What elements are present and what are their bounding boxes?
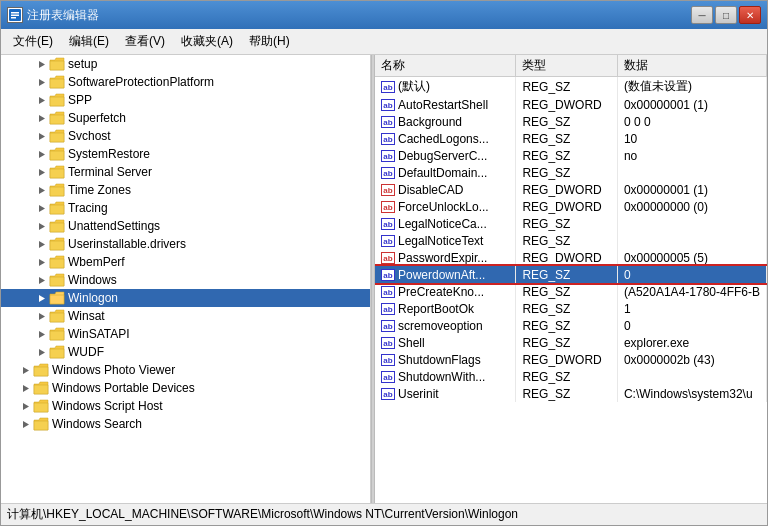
cell-data: explorer.exe [617,334,766,351]
tree-item[interactable]: UnattendSettings [1,217,370,235]
tree-item[interactable]: SPP [1,91,370,109]
col-data[interactable]: 数据 [617,55,766,77]
expand-icon [33,218,49,234]
menu-view[interactable]: 查看(V) [117,31,173,52]
tree-item[interactable]: Winsat [1,307,370,325]
table-row[interactable]: abForceUnlockLo...REG_DWORD0x00000000 (0… [375,198,767,215]
menu-edit[interactable]: 编辑(E) [61,31,117,52]
table-row[interactable]: abPasswordExpir...REG_DWORD0x00000005 (5… [375,249,767,266]
expand-icon [33,236,49,252]
folder-icon [49,165,65,179]
cell-name: abAutoRestartShell [375,96,516,113]
table-row[interactable]: abPreCreateKno...REG_SZ(A520A1A4-1780-4F… [375,283,767,300]
cell-type: REG_SZ [516,77,618,97]
tree-item[interactable]: Windows Search [1,415,370,433]
folder-icon [49,93,65,107]
folder-icon [49,219,65,233]
tree-item[interactable]: setup [1,55,370,73]
title-bar: 注册表编辑器 ─ □ ✕ [1,1,767,29]
cell-data: 0x0000002b (43) [617,351,766,368]
cell-type: REG_SZ [516,147,618,164]
col-name[interactable]: 名称 [375,55,516,77]
expand-icon [33,56,49,72]
table-row[interactable]: abReportBootOkREG_SZ1 [375,300,767,317]
table-row[interactable]: abBackgroundREG_SZ0 0 0 [375,113,767,130]
expand-icon [17,362,33,378]
tree-item[interactable]: WbemPerf [1,253,370,271]
tree-item[interactable]: Tracing [1,199,370,217]
menu-file[interactable]: 文件(E) [5,31,61,52]
tree-item[interactable]: WinSATAPI [1,325,370,343]
cell-name: abUserinit [375,385,516,402]
table-row[interactable]: abDebugServerC...REG_SZno [375,147,767,164]
tree-item[interactable]: Winlogon [1,289,370,307]
folder-icon [33,363,49,377]
tree-item-label: Superfetch [68,111,126,125]
tree-item[interactable]: WUDF [1,343,370,361]
registry-table: 名称 类型 数据 ab(默认)REG_SZ(数值未设置)abAutoRestar… [375,55,767,402]
folder-icon [49,291,65,305]
tree-item[interactable]: Windows Portable Devices [1,379,370,397]
tree-item[interactable]: Time Zones [1,181,370,199]
tree-item[interactable]: Superfetch [1,109,370,127]
table-row[interactable]: abAutoRestartShellREG_DWORD0x00000001 (1… [375,96,767,113]
minimize-button[interactable]: ─ [691,6,713,24]
table-row[interactable]: ab(默认)REG_SZ(数值未设置) [375,77,767,97]
reg-type-icon: ab [381,116,395,128]
close-button[interactable]: ✕ [739,6,761,24]
svg-marker-6 [39,97,45,104]
svg-marker-18 [39,313,45,320]
table-row[interactable]: abShutdownWith...REG_SZ [375,368,767,385]
table-row[interactable]: abShellREG_SZexplorer.exe [375,334,767,351]
menu-favorites[interactable]: 收藏夹(A) [173,31,241,52]
svg-marker-20 [39,349,45,356]
expand-icon [33,290,49,306]
cell-data: 0 0 0 [617,113,766,130]
svg-marker-15 [39,259,45,266]
tree-item[interactable]: Windows [1,271,370,289]
maximize-button[interactable]: □ [715,6,737,24]
table-row[interactable]: abUserinitREG_SZC:\Windows\system32\u [375,385,767,402]
registry-panel: 名称 类型 数据 ab(默认)REG_SZ(数值未设置)abAutoRestar… [375,55,767,503]
cell-data: (数值未设置) [617,77,766,97]
cell-data [617,164,766,181]
tree-item[interactable]: Svchost [1,127,370,145]
expand-icon [33,254,49,270]
table-row[interactable]: abLegalNoticeCa...REG_SZ [375,215,767,232]
expand-icon [17,416,33,432]
table-row[interactable]: abDisableCADREG_DWORD0x00000001 (1) [375,181,767,198]
table-row[interactable]: abDefaultDomain...REG_SZ [375,164,767,181]
reg-type-icon: ab [381,388,395,400]
table-row[interactable]: abPowerdownAft...REG_SZ0 [375,266,767,283]
tree-item[interactable]: SoftwareProtectionPlatform [1,73,370,91]
cell-name: ab(默认) [375,77,516,97]
expand-icon [33,74,49,90]
reg-type-icon: ab [381,371,395,383]
tree-item[interactable]: Userinstallable.drivers [1,235,370,253]
menu-bar: 文件(E) 编辑(E) 查看(V) 收藏夹(A) 帮助(H) [1,29,767,55]
cell-type: REG_DWORD [516,181,618,198]
cell-data: 0x00000001 (1) [617,96,766,113]
cell-name: abDefaultDomain... [375,164,516,181]
app-icon [7,7,23,23]
tree-item[interactable]: Terminal Server [1,163,370,181]
folder-icon [33,399,49,413]
main-content: setup SoftwareProtectionPlatform SPP Sup… [1,55,767,503]
table-row[interactable]: abCachedLogons...REG_SZ10 [375,130,767,147]
svg-marker-4 [39,61,45,68]
table-row[interactable]: abShutdownFlagsREG_DWORD0x0000002b (43) [375,351,767,368]
col-type[interactable]: 类型 [516,55,618,77]
table-row[interactable]: abLegalNoticeTextREG_SZ [375,232,767,249]
cell-name: abShutdownWith... [375,368,516,385]
table-row[interactable]: abscremoveoptionREG_SZ0 [375,317,767,334]
tree-item-label: WinSATAPI [68,327,130,341]
folder-icon [49,147,65,161]
tree-item[interactable]: Windows Photo Viewer [1,361,370,379]
tree-item[interactable]: Windows Script Host [1,397,370,415]
tree-item[interactable]: SystemRestore [1,145,370,163]
svg-marker-13 [39,223,45,230]
cell-type: REG_SZ [516,283,618,300]
folder-icon [49,57,65,71]
reg-type-icon: ab [381,99,395,111]
menu-help[interactable]: 帮助(H) [241,31,298,52]
